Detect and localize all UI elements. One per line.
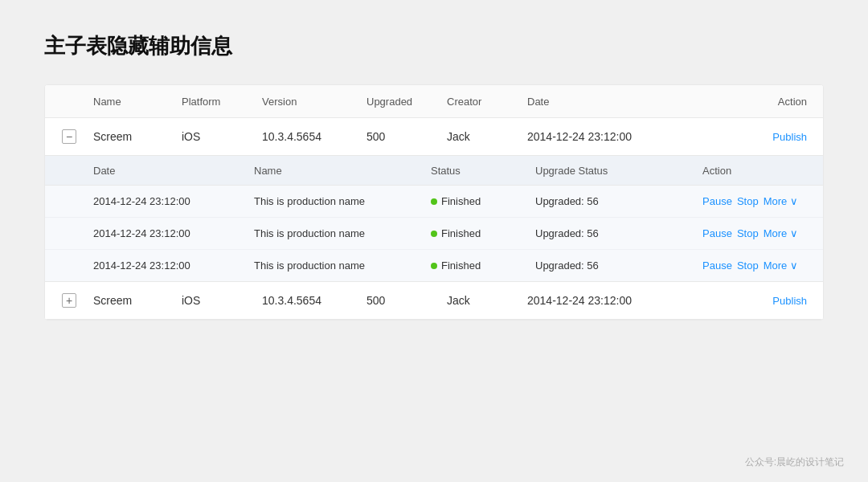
header-platform: Platform	[182, 95, 262, 108]
row2-date: 2014-12-24 23:12:00	[527, 294, 727, 307]
sub-row1-name: This is production name	[254, 195, 431, 207]
header-upgraded: Upgraded	[366, 95, 447, 108]
row2-creator: Jack	[447, 294, 527, 307]
sub-row2-stop-button[interactable]: Stop	[737, 227, 759, 239]
row1-check[interactable]: −	[45, 129, 93, 144]
sub-row3-status: Finished	[431, 259, 535, 272]
row2-check[interactable]: +	[45, 293, 93, 308]
header-creator: Creator	[447, 95, 527, 108]
header-version: Version	[262, 95, 366, 108]
sub-row3-status-dot	[431, 263, 437, 269]
page-title: 主子表隐藏辅助信息	[44, 32, 824, 60]
sub-row3-stop-button[interactable]: Stop	[737, 259, 759, 272]
sub-row3-upgrade-status: Upgraded: 56	[535, 259, 702, 272]
footer-note: 公众号:晨屹的设计笔记	[745, 455, 844, 469]
sub-row3-date: 2014-12-24 23:12:00	[93, 259, 254, 272]
collapse-icon[interactable]: −	[62, 129, 76, 144]
sub-row-3: 2014-12-24 23:12:00 This is production n…	[45, 250, 823, 281]
sub-row2-more-button[interactable]: More ∨	[764, 227, 798, 239]
row1-name: Screem	[93, 130, 182, 143]
sub-table-header: Date Name Status Upgrade Status Action	[45, 156, 823, 186]
expand-icon[interactable]: +	[62, 293, 76, 308]
header-name: Name	[93, 95, 182, 108]
sub-row2-status-dot	[431, 231, 437, 237]
main-row-1: − Screem iOS 10.3.4.5654 500 Jack 2014-1…	[45, 118, 823, 156]
sub-row2-date: 2014-12-24 23:12:00	[93, 227, 254, 239]
row2-version: 10.3.4.5654	[262, 294, 366, 307]
sub-row1-date: 2014-12-24 23:12:00	[93, 195, 254, 207]
sub-row2-name: This is production name	[254, 227, 431, 239]
sub-row2-actions: Pause Stop More ∨	[702, 227, 823, 239]
sub-row1-actions: Pause Stop More ∨	[702, 195, 823, 207]
sub-row-1: 2014-12-24 23:12:00 This is production n…	[45, 186, 823, 218]
main-row-2: + Screem iOS 10.3.4.5654 500 Jack 2014-1…	[45, 282, 823, 320]
sub-row-2: 2014-12-24 23:12:00 This is production n…	[45, 218, 823, 250]
sub-row1-status: Finished	[431, 195, 535, 207]
header-date: Date	[527, 95, 727, 108]
row1-publish-button[interactable]: Publish	[772, 131, 807, 143]
row1-platform: iOS	[182, 130, 262, 143]
sub-row2-status: Finished	[431, 227, 535, 239]
sub-row1-more-button[interactable]: More ∨	[764, 195, 798, 207]
sub-row2-pause-button[interactable]: Pause	[702, 227, 732, 239]
row2-upgraded: 500	[366, 294, 447, 307]
sub-row3-more-button[interactable]: More ∨	[764, 259, 798, 272]
sub-row1-pause-button[interactable]: Pause	[702, 195, 732, 207]
sub-header-date: Date	[93, 164, 254, 177]
row1-upgraded: 500	[366, 130, 447, 143]
sub-row3-actions: Pause Stop More ∨	[702, 259, 823, 272]
sub-row3-pause-button[interactable]: Pause	[702, 259, 732, 272]
main-table-header: Name Platform Version Upgraded Creator D…	[45, 85, 823, 118]
row1-version: 10.3.4.5654	[262, 130, 366, 143]
header-action: Action	[727, 95, 823, 108]
sub-row1-upgrade-status: Upgraded: 56	[535, 195, 702, 207]
sub-row1-stop-button[interactable]: Stop	[737, 195, 759, 207]
row2-platform: iOS	[182, 294, 262, 307]
sub-row1-status-dot	[431, 198, 437, 205]
sub-header-upgrade-status: Upgrade Status	[535, 164, 702, 177]
sub-table: Date Name Status Upgrade Status Action 2…	[45, 156, 823, 282]
row1-creator: Jack	[447, 130, 527, 143]
row2-name: Screem	[93, 294, 182, 307]
sub-row2-upgrade-status: Upgraded: 56	[535, 227, 702, 239]
row2-publish-button[interactable]: Publish	[772, 295, 807, 307]
row2-action[interactable]: Publish	[727, 294, 823, 307]
sub-row3-name: This is production name	[254, 259, 431, 272]
sub-header-status: Status	[431, 164, 535, 177]
sub-header-action: Action	[702, 164, 823, 177]
main-table: Name Platform Version Upgraded Creator D…	[44, 84, 824, 321]
row1-action[interactable]: Publish	[727, 130, 823, 143]
sub-header-name: Name	[254, 164, 431, 177]
page-container: 主子表隐藏辅助信息 Name Platform Version Upgraded…	[0, 0, 868, 353]
row1-date: 2014-12-24 23:12:00	[527, 130, 727, 143]
